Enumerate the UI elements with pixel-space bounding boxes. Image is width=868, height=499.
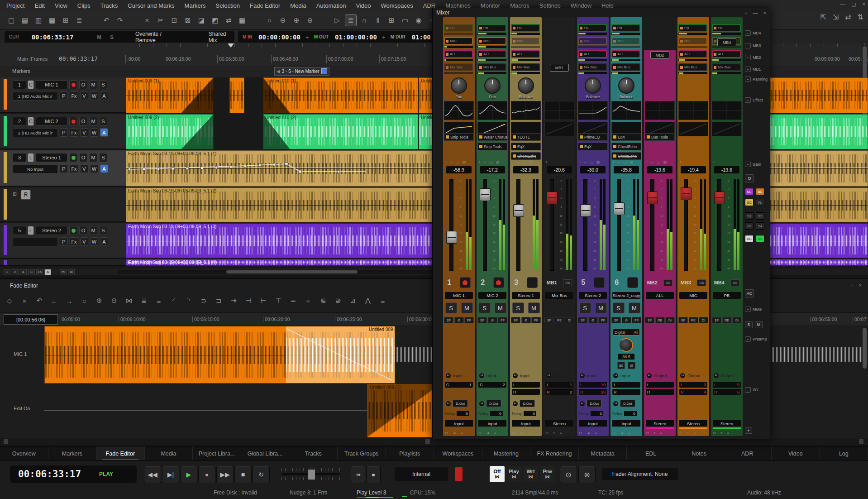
menu-item[interactable]: Clips — [77, 2, 91, 9]
write-button[interactable]: W — [90, 237, 98, 246]
menu-item[interactable]: Video — [356, 2, 371, 9]
track-input[interactable] — [13, 238, 58, 246]
video-button[interactable]: V — [80, 91, 88, 100]
route-row-2[interactable]: R2 — [545, 389, 573, 395]
phase-button[interactable]: RE — [689, 317, 698, 323]
toolbar-icon[interactable]: ⊠ — [182, 14, 194, 26]
transport-button[interactable]: ◀◀ — [144, 466, 161, 483]
plugin-add-remove[interactable]: + — [545, 160, 548, 164]
os-button[interactable]: OS — [697, 279, 706, 286]
write-button[interactable]: W — [90, 164, 98, 173]
pan-control[interactable]: Pan — [477, 77, 508, 99]
input-slot[interactable]: MIC — [578, 37, 608, 50]
pin-icon[interactable]: ▫ — [851, 283, 853, 288]
minimize-icon[interactable]: — — [840, 1, 845, 7]
bottom-tab[interactable]: Notes — [675, 446, 724, 461]
pan-control[interactable]: Pan — [443, 77, 475, 99]
menu-item[interactable]: Selection — [216, 2, 240, 9]
toolbar-icon[interactable]: ≣ — [73, 14, 85, 26]
toolbar-icon[interactable]: ⊖ — [277, 14, 289, 26]
record-arm-button[interactable] — [627, 277, 638, 288]
prefader-button[interactable]: PF — [531, 317, 541, 323]
plugin-slot[interactable]: EqX — [578, 143, 608, 150]
panel-section-toggle[interactable]: − Panning — [745, 77, 768, 82]
bottom-tab[interactable]: Track Groups — [338, 446, 386, 461]
automation-mode-button[interactable]: Play ⋈ — [506, 466, 521, 482]
fade-tool-icon[interactable]: ○ — [79, 296, 89, 306]
r-channel-button[interactable]: R — [21, 190, 31, 200]
fade-tool-icon[interactable]: ≡ — [378, 296, 388, 306]
toolbar-icon[interactable] — [318, 14, 329, 26]
toolbar-icon[interactable]: ▭ — [399, 14, 411, 26]
bottom-tab[interactable]: EDL — [627, 446, 675, 461]
fade-tool-icon[interactable]: ≣ — [139, 296, 149, 306]
bottom-tab[interactable]: Overview — [0, 446, 48, 461]
bus-label[interactable]: MB1 — [550, 64, 569, 72]
track-header[interactable]: 1 C MIC 1 O M S 1 (HD Audio Mic ir P Fx … — [0, 77, 126, 113]
maximize-icon[interactable]: ▢ — [851, 1, 856, 7]
toolbar-icon[interactable]: ∩ — [358, 14, 370, 26]
toolbar-icon[interactable]: ◪ — [196, 14, 207, 26]
timeline-hscrollbar[interactable] — [118, 270, 443, 274]
track-input[interactable]: No Input — [13, 165, 58, 173]
layout-icon[interactable]: ▭ — [60, 269, 67, 275]
prefader-button[interactable]: PF — [464, 317, 474, 323]
strip-foot-icons[interactable]: ⊟ T ≡ — [713, 431, 731, 435]
transport-button[interactable]: ● — [198, 466, 215, 483]
route-row-2[interactable]: R — [646, 389, 674, 395]
phase-button[interactable]: Ø — [454, 317, 464, 323]
dynamics-graph[interactable] — [678, 122, 708, 136]
input-slot[interactable]: ALL — [511, 50, 541, 63]
toolbar-icon[interactable]: ⇄ — [223, 14, 234, 26]
phase-button[interactable]: Ø — [521, 317, 531, 323]
track-bus-button[interactable]: C — [28, 80, 34, 89]
fader-handle[interactable] — [446, 231, 457, 244]
scroll-box[interactable] — [859, 439, 863, 444]
collapse-icon[interactable]: − — [745, 30, 751, 36]
fader-db-value[interactable]: -19.4 — [681, 166, 706, 173]
fader-db-value[interactable]: -30.0 — [580, 166, 606, 173]
zoom-preset-button[interactable]: 16 — [36, 269, 43, 275]
strip-foot-icons[interactable]: ⊟ ◄ ≡ — [612, 431, 632, 435]
record-arm-button[interactable] — [69, 226, 77, 235]
subtrack-header[interactable] — [0, 259, 126, 266]
strip-mode-label[interactable]: Stereo — [545, 420, 573, 427]
plugin-add-remove[interactable]: + − ▭ ⊠ — [445, 160, 467, 164]
plugin-add-remove[interactable]: + — [713, 160, 716, 164]
output-button[interactable]: O — [79, 226, 87, 235]
pan-knob[interactable] — [451, 77, 467, 94]
pan-zoom-icon[interactable]: ⇱ — [820, 13, 826, 21]
fader-handle[interactable] — [647, 192, 658, 204]
close-icon[interactable]: × — [863, 1, 865, 7]
delay-row[interactable]: Delay 0 — [612, 411, 637, 416]
io-label[interactable]: Input — [453, 373, 463, 378]
toolbar-icon[interactable]: ▤ — [19, 14, 31, 26]
input-slot[interactable]: MIC — [511, 37, 541, 50]
prefader-button[interactable]: DI — [699, 317, 708, 323]
audio-clip[interactable]: Untitled 010 (2) — [263, 114, 418, 149]
strip-mode-label[interactable]: Input — [612, 420, 640, 427]
fader-track[interactable] — [583, 179, 587, 271]
pan-zoom-icon[interactable]: ⇅ — [858, 13, 863, 21]
bottom-tab[interactable]: Project Libra... — [193, 446, 241, 461]
track-header[interactable]: 3 L Stereo 1 O M S No Input P Fx V W A — [0, 150, 126, 187]
safe-button[interactable]: SF — [511, 317, 520, 323]
prefader-button[interactable]: PF — [632, 317, 641, 323]
strip-mode-label[interactable]: Input — [478, 420, 506, 427]
fade-tool-icon[interactable]: ⊣ — [243, 296, 253, 306]
transport-extra-button[interactable]: ● — [366, 466, 381, 483]
strip-name[interactable]: Stereo 1 — [512, 292, 540, 299]
solo-button[interactable]: S — [99, 226, 107, 235]
strip-foot-icons[interactable]: ⊟ ◄ ≡ — [512, 431, 532, 435]
strip-name[interactable]: MIC 2 — [478, 292, 506, 299]
route-row-2[interactable]: R — [512, 389, 540, 395]
audio-clip[interactable] — [229, 77, 244, 113]
dc-chip[interactable]: DC — [745, 235, 754, 242]
hpf-button[interactable]: 80 — [617, 362, 625, 369]
prefader-button[interactable]: DI — [565, 317, 574, 323]
safe-button[interactable]: SF — [477, 317, 487, 323]
input-slot[interactable]: ALL — [678, 50, 708, 63]
track-name[interactable]: MIC 1 — [36, 80, 67, 89]
jog-slider[interactable] — [281, 468, 340, 480]
toolbar-icon[interactable]: ↶ — [100, 14, 112, 26]
